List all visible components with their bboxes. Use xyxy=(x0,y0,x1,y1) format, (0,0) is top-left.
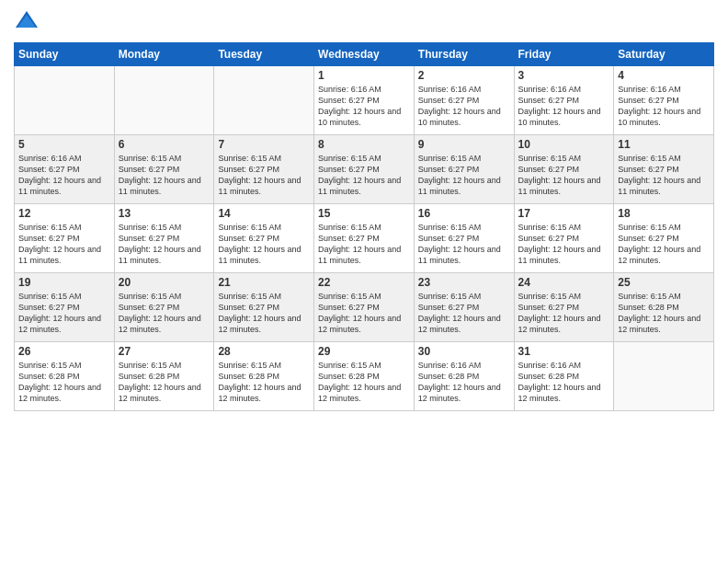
header-cell-tuesday: Tuesday xyxy=(214,43,314,66)
day-number: 19 xyxy=(18,276,110,289)
day-cell: 11Sunrise: 6:15 AM Sunset: 6:27 PM Dayli… xyxy=(614,135,714,204)
week-row-2: 5Sunrise: 6:16 AM Sunset: 6:27 PM Daylig… xyxy=(15,135,714,204)
day-cell: 14Sunrise: 6:15 AM Sunset: 6:27 PM Dayli… xyxy=(214,204,314,273)
day-info: Sunrise: 6:15 AM Sunset: 6:27 PM Dayligh… xyxy=(318,222,410,267)
header-row: SundayMondayTuesdayWednesdayThursdayFrid… xyxy=(15,43,714,66)
day-cell: 18Sunrise: 6:15 AM Sunset: 6:27 PM Dayli… xyxy=(614,204,714,273)
day-number: 9 xyxy=(418,138,510,151)
day-number: 20 xyxy=(119,276,210,289)
day-cell xyxy=(614,342,714,411)
day-number: 12 xyxy=(18,207,110,220)
day-cell: 5Sunrise: 6:16 AM Sunset: 6:27 PM Daylig… xyxy=(15,135,115,204)
day-cell: 17Sunrise: 6:15 AM Sunset: 6:27 PM Dayli… xyxy=(514,204,614,273)
day-cell: 26Sunrise: 6:15 AM Sunset: 6:28 PM Dayli… xyxy=(15,342,115,411)
day-info: Sunrise: 6:16 AM Sunset: 6:28 PM Dayligh… xyxy=(418,360,510,405)
header-cell-thursday: Thursday xyxy=(414,43,514,66)
day-cell: 23Sunrise: 6:15 AM Sunset: 6:27 PM Dayli… xyxy=(414,273,514,342)
day-info: Sunrise: 6:15 AM Sunset: 6:27 PM Dayligh… xyxy=(518,222,610,267)
header-cell-saturday: Saturday xyxy=(614,43,714,66)
day-number: 28 xyxy=(218,345,310,358)
week-row-4: 19Sunrise: 6:15 AM Sunset: 6:27 PM Dayli… xyxy=(15,273,714,342)
day-cell: 20Sunrise: 6:15 AM Sunset: 6:27 PM Dayli… xyxy=(114,273,214,342)
day-number: 31 xyxy=(518,345,610,358)
day-info: Sunrise: 6:15 AM Sunset: 6:27 PM Dayligh… xyxy=(218,222,310,267)
day-info: Sunrise: 6:15 AM Sunset: 6:27 PM Dayligh… xyxy=(318,291,410,336)
day-cell: 21Sunrise: 6:15 AM Sunset: 6:27 PM Dayli… xyxy=(214,273,314,342)
day-cell xyxy=(214,66,314,135)
day-number: 6 xyxy=(119,138,210,151)
page: SundayMondayTuesdayWednesdayThursdayFrid… xyxy=(0,0,728,563)
day-cell: 8Sunrise: 6:15 AM Sunset: 6:27 PM Daylig… xyxy=(314,135,415,204)
day-cell: 13Sunrise: 6:15 AM Sunset: 6:27 PM Dayli… xyxy=(114,204,214,273)
day-cell: 1Sunrise: 6:16 AM Sunset: 6:27 PM Daylig… xyxy=(314,66,415,135)
calendar-body: 1Sunrise: 6:16 AM Sunset: 6:27 PM Daylig… xyxy=(15,66,714,411)
day-info: Sunrise: 6:15 AM Sunset: 6:27 PM Dayligh… xyxy=(18,291,110,336)
day-cell: 9Sunrise: 6:15 AM Sunset: 6:27 PM Daylig… xyxy=(414,135,514,204)
day-number: 11 xyxy=(618,138,710,151)
day-number: 17 xyxy=(518,207,610,220)
day-number: 16 xyxy=(418,207,510,220)
day-cell: 29Sunrise: 6:15 AM Sunset: 6:28 PM Dayli… xyxy=(314,342,415,411)
day-info: Sunrise: 6:15 AM Sunset: 6:27 PM Dayligh… xyxy=(418,153,510,198)
day-number: 8 xyxy=(318,138,410,151)
day-cell xyxy=(114,66,214,135)
week-row-3: 12Sunrise: 6:15 AM Sunset: 6:27 PM Dayli… xyxy=(15,204,714,273)
day-info: Sunrise: 6:16 AM Sunset: 6:27 PM Dayligh… xyxy=(518,84,610,129)
day-number: 21 xyxy=(218,276,310,289)
calendar: SundayMondayTuesdayWednesdayThursdayFrid… xyxy=(14,42,714,411)
day-number: 5 xyxy=(18,138,110,151)
day-cell: 15Sunrise: 6:15 AM Sunset: 6:27 PM Dayli… xyxy=(314,204,415,273)
day-number: 15 xyxy=(318,207,410,220)
day-number: 25 xyxy=(618,276,710,289)
week-row-5: 26Sunrise: 6:15 AM Sunset: 6:28 PM Dayli… xyxy=(15,342,714,411)
day-info: Sunrise: 6:15 AM Sunset: 6:27 PM Dayligh… xyxy=(318,153,410,198)
day-info: Sunrise: 6:15 AM Sunset: 6:27 PM Dayligh… xyxy=(119,291,210,336)
day-info: Sunrise: 6:15 AM Sunset: 6:27 PM Dayligh… xyxy=(618,153,710,198)
day-number: 26 xyxy=(18,345,110,358)
logo-icon xyxy=(14,9,40,35)
day-cell: 24Sunrise: 6:15 AM Sunset: 6:27 PM Dayli… xyxy=(514,273,614,342)
day-cell: 22Sunrise: 6:15 AM Sunset: 6:27 PM Dayli… xyxy=(314,273,415,342)
day-number: 29 xyxy=(318,345,410,358)
day-info: Sunrise: 6:15 AM Sunset: 6:27 PM Dayligh… xyxy=(18,222,110,267)
day-number: 2 xyxy=(418,69,510,82)
day-cell: 27Sunrise: 6:15 AM Sunset: 6:28 PM Dayli… xyxy=(114,342,214,411)
day-info: Sunrise: 6:15 AM Sunset: 6:27 PM Dayligh… xyxy=(518,291,610,336)
calendar-header: SundayMondayTuesdayWednesdayThursdayFrid… xyxy=(15,43,714,66)
day-info: Sunrise: 6:16 AM Sunset: 6:27 PM Dayligh… xyxy=(418,84,510,129)
day-cell: 25Sunrise: 6:15 AM Sunset: 6:28 PM Dayli… xyxy=(614,273,714,342)
day-cell: 10Sunrise: 6:15 AM Sunset: 6:27 PM Dayli… xyxy=(514,135,614,204)
day-number: 14 xyxy=(218,207,310,220)
day-cell: 30Sunrise: 6:16 AM Sunset: 6:28 PM Dayli… xyxy=(414,342,514,411)
day-number: 13 xyxy=(119,207,210,220)
day-number: 30 xyxy=(418,345,510,358)
day-number: 18 xyxy=(618,207,710,220)
day-info: Sunrise: 6:16 AM Sunset: 6:27 PM Dayligh… xyxy=(18,153,110,198)
day-number: 10 xyxy=(518,138,610,151)
day-cell: 7Sunrise: 6:15 AM Sunset: 6:27 PM Daylig… xyxy=(214,135,314,204)
day-info: Sunrise: 6:15 AM Sunset: 6:28 PM Dayligh… xyxy=(119,360,210,405)
day-cell: 19Sunrise: 6:15 AM Sunset: 6:27 PM Dayli… xyxy=(15,273,115,342)
day-info: Sunrise: 6:15 AM Sunset: 6:27 PM Dayligh… xyxy=(218,153,310,198)
day-info: Sunrise: 6:15 AM Sunset: 6:28 PM Dayligh… xyxy=(18,360,110,405)
day-info: Sunrise: 6:15 AM Sunset: 6:27 PM Dayligh… xyxy=(418,291,510,336)
day-cell: 28Sunrise: 6:15 AM Sunset: 6:28 PM Dayli… xyxy=(214,342,314,411)
day-number: 24 xyxy=(518,276,610,289)
day-info: Sunrise: 6:15 AM Sunset: 6:28 PM Dayligh… xyxy=(318,360,410,405)
header-cell-friday: Friday xyxy=(514,43,614,66)
day-cell xyxy=(15,66,115,135)
day-info: Sunrise: 6:16 AM Sunset: 6:28 PM Dayligh… xyxy=(518,360,610,405)
day-number: 1 xyxy=(318,69,410,82)
day-cell: 16Sunrise: 6:15 AM Sunset: 6:27 PM Dayli… xyxy=(414,204,514,273)
day-info: Sunrise: 6:16 AM Sunset: 6:27 PM Dayligh… xyxy=(618,84,710,129)
day-info: Sunrise: 6:15 AM Sunset: 6:27 PM Dayligh… xyxy=(218,291,310,336)
week-row-1: 1Sunrise: 6:16 AM Sunset: 6:27 PM Daylig… xyxy=(15,66,714,135)
day-cell: 3Sunrise: 6:16 AM Sunset: 6:27 PM Daylig… xyxy=(514,66,614,135)
day-number: 3 xyxy=(518,69,610,82)
day-info: Sunrise: 6:15 AM Sunset: 6:27 PM Dayligh… xyxy=(418,222,510,267)
day-info: Sunrise: 6:15 AM Sunset: 6:27 PM Dayligh… xyxy=(119,153,210,198)
logo xyxy=(14,9,43,35)
day-number: 23 xyxy=(418,276,510,289)
day-number: 7 xyxy=(218,138,310,151)
day-cell: 2Sunrise: 6:16 AM Sunset: 6:27 PM Daylig… xyxy=(414,66,514,135)
